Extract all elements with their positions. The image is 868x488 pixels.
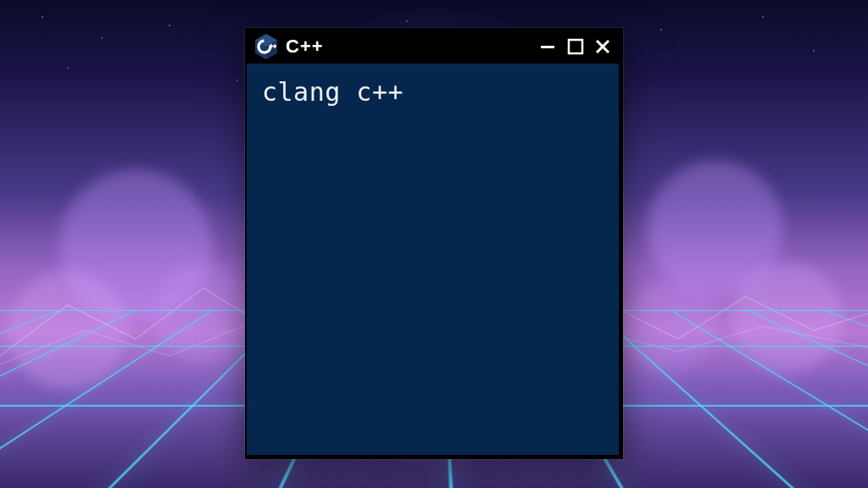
minimize-button[interactable] [538,36,559,57]
desktop-background: C++ [0,0,868,488]
bokeh-decoration [59,169,212,322]
window-title: C++ [286,36,530,58]
window-controls [538,36,613,57]
svg-rect-7 [273,46,277,47]
terminal-body[interactable]: clang c++ [247,64,621,458]
close-icon [594,38,611,55]
maximize-button[interactable] [565,36,586,57]
terminal-window: C++ [245,28,623,459]
bokeh-decoration [153,263,254,364]
window-titlebar[interactable]: C++ [247,30,621,64]
svg-rect-9 [569,40,582,53]
svg-rect-5 [269,46,273,47]
maximize-icon [567,38,584,55]
bokeh-decoration [8,271,127,390]
cpp-hex-icon [255,34,277,59]
bokeh-decoration [648,161,783,297]
close-button[interactable] [593,36,613,57]
bokeh-decoration [732,263,843,373]
terminal-content: clang c++ [262,77,403,107]
minimize-icon [539,37,558,56]
bokeh-decoration [622,280,715,373]
svg-rect-8 [541,46,554,48]
